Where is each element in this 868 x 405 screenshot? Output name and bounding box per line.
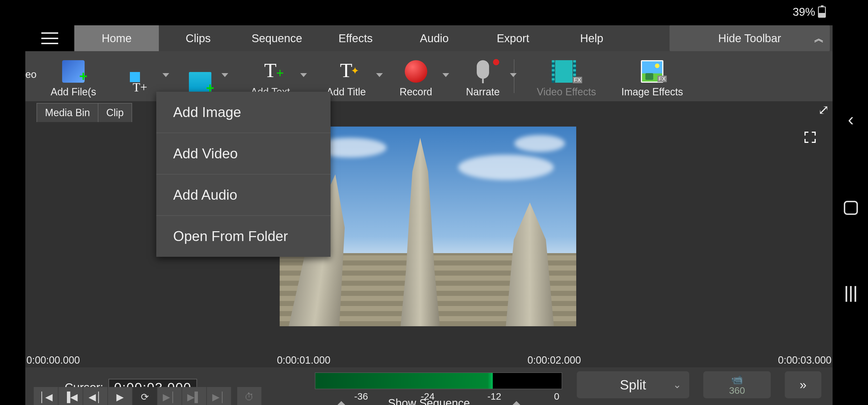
play-forward-button[interactable]: ▶│	[157, 387, 182, 405]
chevron-down-icon[interactable]	[162, 73, 169, 77]
narrate-button[interactable]: Narrate	[458, 51, 508, 101]
add-files-button[interactable]: Add File(s	[42, 51, 104, 101]
hamburger-menu-button[interactable]	[25, 25, 74, 51]
collapse-up-icon: ︽	[814, 31, 824, 45]
tab-export[interactable]: Export	[474, 25, 552, 51]
title-icon: T	[335, 60, 358, 83]
add-dropdown-menu: Add Image Add Video Add Audio Open From …	[156, 92, 331, 257]
image-effects-icon: FX	[641, 60, 663, 83]
fullscreen-icon[interactable]	[804, 132, 816, 143]
speed-button[interactable]: ⏱	[237, 387, 262, 405]
next-clip-button[interactable]: ▶▌	[182, 387, 207, 405]
text-icon: T	[259, 60, 282, 83]
tab-effects[interactable]: Effects	[316, 25, 395, 51]
chevron-up-icon	[337, 401, 346, 405]
menu-item-open-from-folder[interactable]: Open From Folder	[156, 216, 331, 257]
play-button[interactable]: ▶	[108, 387, 133, 405]
preview-area: Media Bin Clip ⤢ 0:00:00.000 0:00:01.000…	[25, 101, 833, 367]
hide-toolbar-label: Hide Toolbar	[718, 32, 781, 45]
text-image-icon	[130, 72, 152, 94]
ruler-mark-2: 0:00:02.000	[528, 354, 581, 367]
record-label: Record	[400, 86, 432, 98]
video-effects-label: Video Effects	[537, 86, 596, 98]
hamburger-icon	[41, 32, 58, 44]
add-files-label: Add File(s	[51, 86, 96, 98]
prev-clip-button[interactable]: ▐◀	[59, 387, 83, 405]
add-title-label: Add Title	[327, 86, 366, 98]
360-label: 360	[729, 385, 745, 396]
microphone-icon	[472, 60, 494, 83]
tab-audio[interactable]: Audio	[395, 25, 474, 51]
toolbar-row: deo Add File(s T Add Text T Add Titl	[25, 51, 833, 101]
tab-home[interactable]: Home	[74, 25, 159, 51]
sub-tab-clip[interactable]: Clip	[98, 103, 132, 122]
split-button[interactable]: Split ⌄	[577, 371, 689, 398]
step-back-button[interactable]: ◀│	[83, 387, 108, 405]
goto-end-button[interactable]: ▶│	[207, 387, 231, 405]
nav-back-icon[interactable]: ‹	[848, 109, 854, 129]
nav-recents-icon[interactable]	[845, 286, 856, 302]
android-nav-bar: ‹	[835, 0, 866, 405]
sub-tab-media-bin[interactable]: Media Bin	[36, 103, 98, 122]
more-button[interactable]: »	[785, 371, 822, 398]
hide-toolbar-button[interactable]: Hide Toolbar ︽	[670, 25, 830, 51]
ruler-mark-1: 0:00:01.000	[277, 354, 330, 367]
video-effects-icon: FX	[555, 60, 578, 83]
main-app: Home Clips Sequence Effects Audio Export…	[25, 25, 833, 405]
chevron-down-icon[interactable]	[376, 73, 383, 77]
menu-item-add-audio[interactable]: Add Audio	[156, 174, 331, 216]
goto-start-button[interactable]: │◀	[34, 387, 59, 405]
loop-button[interactable]: ⟳	[133, 387, 157, 405]
360-button[interactable]: 📹 360	[703, 371, 771, 398]
show-sequence-label: Show Sequence	[388, 397, 470, 405]
tab-sequence[interactable]: Sequence	[238, 25, 316, 51]
chevron-down-icon[interactable]	[221, 73, 228, 77]
chevron-down-icon[interactable]	[510, 73, 517, 77]
camera-360-icon: 📹	[731, 374, 743, 385]
transport-controls: │◀ ▐◀ ◀│ ▶ ⟳ ▶│ ▶▌ ▶│ ⏱	[34, 387, 262, 405]
status-bar: 39%	[793, 6, 826, 18]
narrate-label: Narrate	[466, 86, 500, 98]
record-button[interactable]: Record	[391, 51, 441, 101]
ruler-mark-0: 0:00:00.000	[26, 354, 80, 367]
add-file-icon	[62, 60, 85, 83]
toolbar-item-cut-left[interactable]: deo	[25, 69, 42, 84]
chevron-up-icon	[512, 401, 521, 405]
add-text-image-button[interactable]	[121, 51, 161, 101]
battery-percent: 39%	[793, 6, 815, 18]
nav-home-icon[interactable]	[844, 201, 858, 215]
split-label: Split	[620, 377, 646, 393]
menu-item-add-video[interactable]: Add Video	[156, 133, 331, 174]
image-effects-label: Image Effects	[621, 86, 683, 98]
video-effects-button[interactable]: FX Video Effects	[528, 51, 604, 101]
sub-tabs: Media Bin Clip	[36, 103, 132, 122]
collapse-panel-icon[interactable]: ⤢	[818, 102, 829, 118]
record-icon	[405, 60, 427, 83]
time-ruler[interactable]: 0:00:00.000 0:00:01.000 0:00:02.000 0:00…	[25, 354, 833, 367]
double-chevron-right-icon: »	[800, 378, 806, 392]
menu-tabs-row: Home Clips Sequence Effects Audio Export…	[25, 25, 833, 51]
toolbar-label-cut: deo	[25, 69, 36, 81]
meter-mark-0: 0	[554, 391, 559, 402]
chevron-down-icon[interactable]	[300, 73, 307, 77]
tab-help[interactable]: Help	[552, 25, 631, 51]
show-sequence-button[interactable]: Show Sequence	[337, 397, 521, 405]
meter-bar	[315, 372, 562, 389]
chevron-down-icon[interactable]	[442, 73, 449, 77]
chevron-down-icon[interactable]: ⌄	[673, 379, 681, 390]
tab-clips[interactable]: Clips	[159, 25, 238, 51]
image-effects-button[interactable]: FX Image Effects	[613, 51, 691, 101]
blank-clip-icon	[189, 72, 211, 94]
menu-item-add-image[interactable]: Add Image	[156, 92, 331, 133]
battery-icon	[818, 6, 826, 18]
ruler-mark-3: 0:00:03.000	[778, 354, 832, 367]
bottom-bar: Cursor: 0:00:03.000 │◀ ▐◀ ◀│ ▶ ⟳ ▶│ ▶▌ ▶…	[25, 367, 833, 405]
